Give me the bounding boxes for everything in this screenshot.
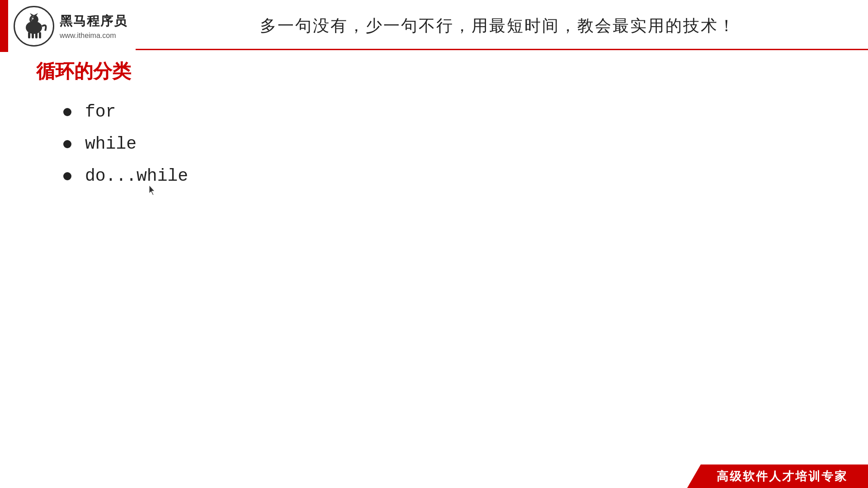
list-item: do...while xyxy=(63,166,832,186)
bullet-dot xyxy=(63,108,71,116)
list-item-text: for xyxy=(85,102,116,122)
bottom-banner: 高级软件人才培训专家 xyxy=(687,465,868,488)
header: 黑马程序员 www.itheima.com 多一句没有，少一句不行，用最短时间，… xyxy=(0,0,868,52)
list-item-text: while xyxy=(85,134,137,154)
svg-rect-5 xyxy=(28,32,30,38)
tagline: 多一句没有，少一句不行，用最短时间，教会最实用的技术！ xyxy=(127,15,850,37)
bullet-dot xyxy=(63,172,71,180)
logo-horse-icon xyxy=(18,10,50,42)
list-item: for xyxy=(63,102,832,122)
svg-rect-6 xyxy=(32,32,34,38)
list-item-text: do...while xyxy=(85,166,188,186)
bullet-dot xyxy=(63,140,71,148)
bullet-list: for while do...while xyxy=(63,102,832,186)
svg-rect-8 xyxy=(39,32,41,38)
logo-wrapper: 黑马程序员 www.itheima.com xyxy=(14,6,127,47)
logo-circle xyxy=(14,6,54,47)
svg-rect-7 xyxy=(35,32,38,38)
slide-title: 循环的分类 xyxy=(36,59,832,84)
svg-rect-2 xyxy=(31,21,37,28)
brand-name: 黑马程序员 xyxy=(60,13,127,30)
logo-text-area: 黑马程序员 www.itheima.com xyxy=(60,13,127,40)
header-divider xyxy=(136,49,868,50)
list-item: while xyxy=(63,134,832,154)
brand-url: www.itheima.com xyxy=(60,32,127,40)
bottom-banner-text: 高级软件人才培训专家 xyxy=(708,469,848,484)
main-content: 循环的分类 for while do...while xyxy=(36,59,832,452)
